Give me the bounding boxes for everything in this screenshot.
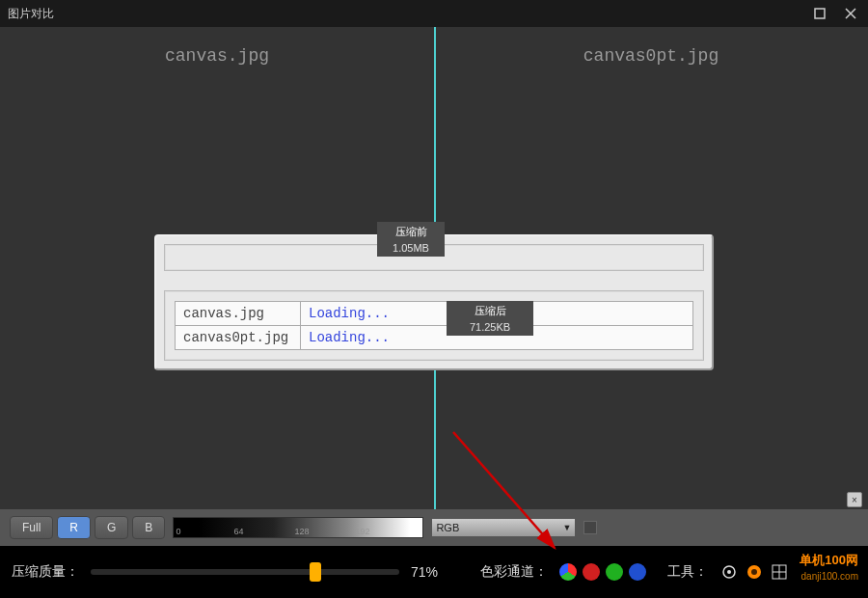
rgb-channel-button[interactable] — [559, 563, 577, 581]
channel-button-group: Full R G B — [10, 516, 165, 539]
histogram[interactable]: 0 64 128 192 — [173, 517, 423, 538]
histogram-tick: 192 — [355, 527, 369, 536]
table-row: canvas.jpg Loading... — [176, 302, 693, 326]
color-channel-buttons — [559, 563, 646, 581]
watermark-text: 单机100网 — [800, 552, 858, 569]
table-row: canvas0pt.jpg Loading... — [176, 326, 693, 350]
svg-rect-0 — [815, 9, 825, 18]
eyedropper-icon[interactable] — [719, 562, 739, 582]
file-table: canvas.jpg Loading... canvas0pt.jpg Load… — [175, 301, 693, 350]
cell-filename: canvas0pt.jpg — [176, 326, 301, 350]
before-size: 1.05MB — [377, 239, 445, 257]
quality-value: 71% — [411, 564, 459, 580]
quality-slider[interactable] — [91, 569, 399, 575]
maximize-button[interactable] — [810, 4, 829, 23]
svg-point-4 — [727, 570, 731, 574]
svg-point-6 — [751, 569, 757, 575]
red-channel-button[interactable] — [583, 563, 600, 581]
chevron-down-icon: ▼ — [562, 523, 571, 532]
histogram-tick: 64 — [233, 527, 243, 536]
window-title: 图片对比 — [8, 6, 54, 22]
panel-close-button[interactable]: × — [847, 492, 862, 507]
blue-channel-button[interactable] — [629, 563, 646, 581]
dropdown-value: RGB — [436, 522, 459, 533]
close-button[interactable] — [841, 4, 860, 23]
info-table-wrap: 压缩后 71.25KB canvas.jpg Loading... canvas… — [164, 290, 704, 361]
window-controls — [810, 4, 860, 23]
bottom-toolbar: 压缩质量： 71% 色彩通道： 工具： 单机100网 danji100.com — [0, 546, 868, 598]
right-filename: canvas0pt.jpg — [434, 46, 868, 66]
info-panel: 压缩前 1.05MB 压缩后 71.25KB canvas.jpg Loadin… — [154, 234, 714, 370]
cell-filename: canvas.jpg — [176, 302, 301, 326]
compare-viewport: canvas.jpg canvas0pt.jpg 压缩前 1.05MB 压缩后 … — [0, 27, 868, 509]
left-filename: canvas.jpg — [0, 46, 434, 66]
r-button[interactable]: R — [57, 516, 91, 539]
grid-icon[interactable] — [770, 562, 789, 582]
tools-label: 工具： — [667, 563, 708, 581]
info-top-row: 压缩前 1.05MB — [164, 244, 704, 271]
titlebar: 图片对比 — [0, 0, 868, 27]
slider-thumb[interactable] — [310, 562, 321, 582]
quality-label: 压缩质量： — [12, 563, 79, 581]
full-button[interactable]: Full — [10, 516, 53, 539]
after-size: 71.25KB — [447, 318, 533, 336]
toggle-checkbox[interactable] — [583, 521, 597, 534]
mid-toolbar: × Full R G B 0 64 128 192 RGB ▼ — [0, 509, 868, 546]
channel-dropdown[interactable]: RGB ▼ — [431, 518, 576, 537]
histogram-tick: 128 — [294, 527, 309, 536]
g-button[interactable]: G — [95, 516, 128, 539]
green-channel-button[interactable] — [606, 563, 623, 581]
histogram-tick: 0 — [176, 527, 180, 536]
b-button[interactable]: B — [132, 516, 165, 539]
target-icon[interactable] — [745, 562, 764, 582]
tool-buttons — [719, 562, 789, 582]
color-channel-label: 色彩通道： — [480, 563, 548, 581]
watermark-url: danji100.com — [801, 571, 858, 582]
